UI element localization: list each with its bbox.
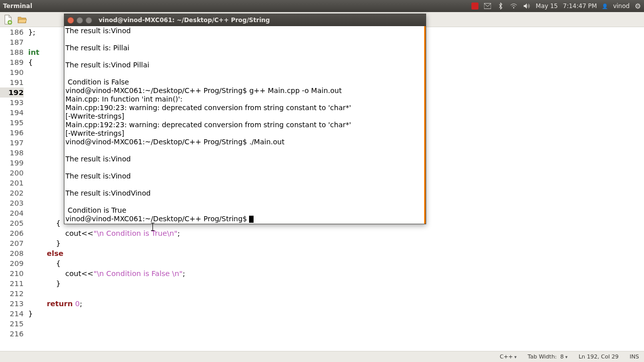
status-bar: C++ Tab Width: 8 Ln 192, Col 29 INS	[0, 351, 644, 362]
terminal-title: vinod@vinod-MXC061: ~/Desktop/C++ Prog/S…	[99, 17, 270, 24]
user-icon: 👤	[602, 4, 608, 9]
system-tray: May 15 7:14:47 PM 👤 vinod ⚙	[471, 2, 641, 10]
status-language[interactable]: C++	[500, 353, 517, 360]
open-file-button[interactable]	[16, 14, 28, 26]
mail-icon[interactable]	[484, 2, 492, 10]
settings-icon[interactable]: ⚙	[634, 2, 641, 10]
clock-date[interactable]: May 15	[536, 3, 558, 10]
active-app-label: Terminal	[3, 3, 32, 10]
window-maximize-button[interactable]	[86, 17, 92, 24]
terminal-window[interactable]: vinod@vinod-MXC061: ~/Desktop/C++ Prog/S…	[64, 14, 426, 224]
top-panel: Terminal May 15 7:14:47 PM 👤 vinod ⚙	[0, 0, 644, 12]
wifi-icon[interactable]	[510, 2, 518, 10]
clock-time[interactable]: 7:14:47 PM	[563, 3, 597, 10]
terminal-body[interactable]: The result is:Vinod The result is: Pilla…	[64, 26, 426, 224]
status-cursor-position: Ln 192, Col 29	[579, 353, 619, 360]
user-name[interactable]: vinod	[613, 3, 629, 10]
status-insert-mode[interactable]: INS	[630, 353, 639, 360]
new-file-button[interactable]	[2, 14, 14, 26]
line-number-gutter: 1861871881891901911921931941951961971981…	[0, 27, 28, 351]
window-minimize-button[interactable]	[76, 17, 83, 24]
terminal-titlebar[interactable]: vinod@vinod-MXC061: ~/Desktop/C++ Prog/S…	[64, 14, 426, 26]
volume-icon[interactable]	[523, 2, 531, 10]
bluetooth-icon[interactable]	[497, 2, 505, 10]
status-tab-width[interactable]: Tab Width: 8	[528, 353, 568, 360]
warning-indicator-icon[interactable]	[471, 3, 478, 10]
window-close-button[interactable]	[67, 17, 74, 24]
svg-point-1	[513, 7, 514, 8]
